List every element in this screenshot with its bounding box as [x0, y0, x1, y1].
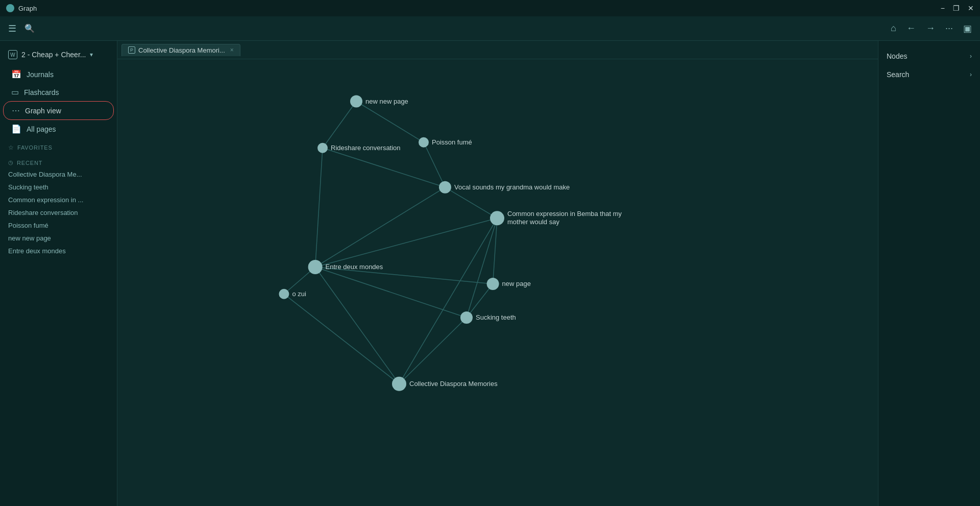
workspace-icon: W [8, 50, 17, 59]
toolbar-left: ☰ 🔍 [8, 23, 35, 34]
node-label-line: Common expression in Bemba that my [507, 210, 622, 218]
graph-node-new-page[interactable]: new page [487, 278, 531, 290]
recent-section: ◷ RECENT [0, 153, 117, 168]
sidebar-item-all-pages[interactable]: 📄 All pages [3, 120, 114, 138]
right-panel: Nodes › Search › [878, 41, 980, 506]
node-label: new new page [365, 98, 408, 105]
forward-icon[interactable]: → [926, 23, 935, 34]
favorites-section: ☆ FAVORITES [0, 138, 117, 153]
node-circle [308, 260, 323, 274]
titlebar-controls[interactable]: − ❐ ✕ [941, 4, 974, 12]
content-area: P Collective Diaspora Memori... × new ne… [117, 41, 878, 506]
flashcards-icon: ▭ [11, 87, 19, 97]
sidebar-toggle-icon[interactable]: ▣ [963, 23, 972, 34]
nodes-label: Nodes [887, 52, 907, 60]
node-circle [419, 137, 429, 148]
tab-close-button[interactable]: × [230, 46, 234, 54]
node-label: Vocal sounds my grandma would make [454, 183, 570, 191]
graph-edge [315, 148, 323, 267]
node-label: Collective Diaspora Memories [409, 380, 498, 388]
journals-icon: 📅 [11, 69, 21, 79]
graph-edge [315, 187, 445, 267]
graph-node-vocal-sounds[interactable]: Vocal sounds my grandma would make [439, 181, 570, 194]
graph-view-label: Graph view [25, 107, 61, 115]
graph-canvas[interactable]: new new pageRideshare conversationPoisso… [117, 59, 878, 506]
tab-page-icon: P [128, 46, 135, 54]
graph-edge [323, 102, 356, 148]
app-title: Graph [18, 5, 37, 12]
node-circle [439, 181, 451, 194]
node-label: Entre deux mondes [326, 263, 383, 271]
graph-node-o-zui[interactable]: o zui [279, 289, 306, 299]
graph-edge [356, 102, 424, 142]
graph-edge [315, 218, 497, 267]
graph-edge [445, 187, 497, 219]
recent-item-new-new-page[interactable]: new new page [0, 232, 117, 245]
graph-node-common-expr[interactable]: Common expression in Bemba that mymother… [490, 210, 622, 226]
maximize-button[interactable]: ❐ [953, 4, 960, 12]
journals-label: Journals [27, 70, 54, 79]
recent-item-poisson[interactable]: Poisson fumé [0, 219, 117, 232]
node-label: Sucking teeth [476, 314, 516, 321]
titlebar-left: Graph [6, 4, 37, 12]
node-circle [487, 278, 499, 290]
node-label: o zui [292, 290, 306, 298]
graph-node-rideshare[interactable]: Rideshare conversation [317, 143, 401, 153]
node-circle [392, 377, 406, 391]
favorites-label: FAVORITES [17, 144, 53, 151]
app-icon [6, 4, 14, 12]
nodes-arrow: › [970, 53, 972, 60]
graph-node-collective[interactable]: Collective Diaspora Memories [392, 377, 498, 391]
home-icon[interactable]: ⌂ [891, 23, 896, 34]
back-icon[interactable]: ← [906, 23, 916, 34]
graph-edge [399, 218, 497, 384]
graph-edge [323, 148, 445, 187]
node-circle [279, 289, 289, 299]
graph-node-sucking-teeth[interactable]: Sucking teeth [460, 311, 516, 324]
flashcards-label: Flashcards [24, 88, 59, 97]
graph-edge [315, 267, 467, 318]
tab-collective-diaspora[interactable]: P Collective Diaspora Memori... × [121, 44, 240, 56]
recent-icon: ◷ [8, 159, 14, 166]
more-icon[interactable]: ··· [945, 23, 953, 34]
node-circle [317, 143, 328, 153]
recent-item-entre-deux[interactable]: Entre deux mondes [0, 245, 117, 257]
graph-edge [315, 267, 399, 384]
graph-node-new-new-page[interactable]: new new page [350, 95, 408, 108]
search-arrow: › [970, 71, 972, 78]
sidebar-item-flashcards[interactable]: ▭ Flashcards [3, 83, 114, 101]
node-label-line: mother would say [507, 218, 559, 226]
recent-item-sucking-teeth[interactable]: Sucking teeth [0, 181, 117, 194]
tabbar: P Collective Diaspora Memori... × [117, 41, 878, 59]
all-pages-label: All pages [27, 125, 56, 133]
recent-item-rideshare[interactable]: Rideshare conversation [0, 206, 117, 219]
minimize-button[interactable]: − [941, 4, 945, 12]
close-button[interactable]: ✕ [968, 4, 974, 12]
node-circle [490, 211, 504, 225]
graph-node-poisson[interactable]: Poisson fumé [419, 137, 472, 148]
sidebar-item-journals[interactable]: 📅 Journals [3, 65, 114, 83]
menu-icon[interactable]: ☰ [8, 23, 16, 34]
right-panel-search[interactable]: Search › [878, 65, 980, 84]
graph-view-icon: ⋯ [12, 106, 20, 115]
recent-item-common-expr[interactable]: Common expression in ... [0, 194, 117, 206]
node-label: new page [502, 280, 531, 287]
toolbar: ☰ 🔍 ⌂ ← → ··· ▣ [0, 16, 980, 41]
right-panel-nodes[interactable]: Nodes › [878, 47, 980, 65]
graph-edge [467, 284, 493, 318]
workspace-selector[interactable]: W 2 - Cheap + Cheer... ▾ [0, 47, 117, 65]
node-circle [350, 95, 362, 108]
recent-item-collective[interactable]: Collective Diaspora Me... [0, 168, 117, 181]
star-icon: ☆ [8, 144, 14, 151]
sidebar-item-graph-view[interactable]: ⋯ Graph view [3, 101, 114, 120]
tab-title: Collective Diaspora Memori... [138, 46, 225, 54]
node-circle [460, 311, 473, 324]
titlebar: Graph − ❐ ✕ [0, 0, 980, 16]
node-label: Poisson fumé [432, 138, 472, 146]
search-icon[interactable]: 🔍 [24, 23, 35, 33]
search-label: Search [887, 70, 909, 79]
graph-edge [284, 294, 399, 384]
node-label: Rideshare conversation [331, 144, 401, 152]
graph-edge [493, 218, 497, 284]
graph-svg: new new pageRideshare conversationPoisso… [117, 59, 878, 506]
